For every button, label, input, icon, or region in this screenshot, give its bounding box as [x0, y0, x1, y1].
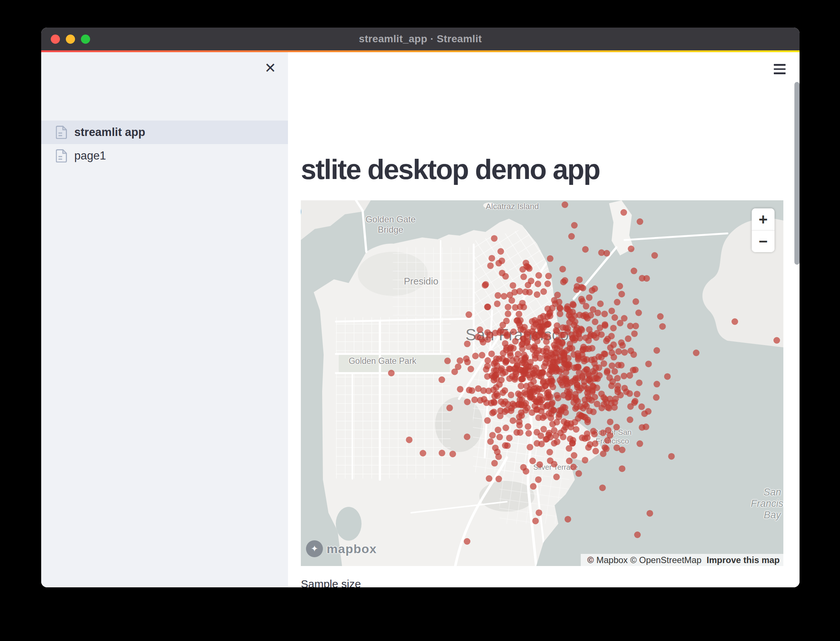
data-point — [520, 464, 527, 471]
sidebar-item-page1[interactable]: page1 — [41, 144, 288, 167]
data-point — [575, 364, 582, 371]
data-point — [635, 309, 642, 316]
data-point — [439, 450, 445, 456]
data-point — [589, 287, 595, 294]
close-window-button[interactable] — [51, 35, 60, 44]
data-point — [573, 327, 579, 333]
zoom-window-button[interactable] — [81, 35, 90, 44]
sidebar-item-streamlit-app[interactable]: streamlit app — [41, 121, 288, 144]
data-point — [620, 209, 627, 216]
data-point — [539, 397, 545, 404]
app-window: streamlit_app · Streamlit ✕ streamlit ap… — [41, 27, 800, 587]
data-point — [587, 378, 594, 385]
data-point — [511, 402, 518, 409]
data-point — [580, 347, 586, 354]
data-point — [530, 370, 536, 376]
data-point — [609, 362, 615, 369]
data-point — [545, 273, 552, 279]
data-point — [614, 424, 620, 430]
window-titlebar[interactable]: streamlit_app · Streamlit — [41, 27, 800, 50]
data-point — [494, 448, 501, 455]
data-point — [464, 538, 470, 545]
hamburger-icon — [774, 68, 785, 70]
data-point — [618, 291, 625, 297]
data-point — [534, 429, 540, 436]
data-point — [495, 427, 501, 433]
data-point — [616, 283, 623, 290]
data-point — [617, 320, 624, 326]
data-point — [552, 345, 559, 351]
document-icon — [56, 149, 67, 163]
data-point — [604, 250, 610, 256]
main-menu-button[interactable] — [771, 62, 788, 76]
data-point — [575, 398, 581, 405]
data-point — [587, 312, 594, 319]
data-point — [585, 371, 592, 377]
data-point — [575, 470, 582, 477]
data-point — [480, 387, 487, 394]
map[interactable]: Alcatraz Island Golden Gate Bridge Presi… — [301, 200, 783, 566]
data-point — [512, 369, 519, 375]
data-point — [509, 297, 515, 304]
data-point — [566, 319, 573, 325]
data-point — [595, 309, 601, 316]
data-point — [540, 414, 546, 421]
data-point — [505, 401, 511, 407]
zoom-in-button[interactable]: + — [752, 208, 775, 230]
data-point — [498, 248, 504, 255]
scrollbar-thumb[interactable] — [795, 82, 800, 265]
data-point — [596, 364, 603, 371]
data-point — [668, 453, 675, 460]
data-point — [504, 332, 510, 338]
minimize-window-button[interactable] — [66, 35, 75, 44]
data-point — [543, 338, 550, 345]
data-point — [484, 304, 491, 310]
sidebar-close-button[interactable]: ✕ — [262, 59, 279, 77]
data-point — [597, 301, 604, 307]
data-point — [614, 375, 621, 382]
data-point — [557, 311, 564, 317]
data-point — [438, 376, 445, 383]
data-point — [499, 258, 505, 264]
data-point — [487, 332, 494, 338]
data-point — [611, 354, 617, 361]
data-point — [611, 368, 618, 375]
data-point — [565, 394, 572, 400]
data-point — [654, 347, 660, 354]
data-point — [491, 235, 498, 242]
data-point — [504, 407, 510, 414]
data-point — [646, 510, 653, 517]
data-point — [542, 352, 549, 359]
data-point — [631, 330, 638, 337]
data-point — [559, 339, 565, 346]
data-point — [565, 516, 571, 523]
mapbox-logo[interactable]: ✦ mapbox — [306, 540, 376, 557]
data-point — [633, 298, 639, 305]
data-point — [628, 245, 635, 252]
data-point — [464, 434, 470, 440]
data-point — [500, 350, 506, 356]
data-point — [643, 275, 650, 282]
data-point — [515, 311, 522, 317]
data-point — [634, 531, 641, 538]
improve-this-map-link[interactable]: Improve this map — [706, 555, 780, 565]
data-point — [568, 233, 575, 240]
data-point — [525, 282, 531, 288]
data-point — [571, 452, 577, 459]
data-point — [499, 270, 505, 276]
data-point — [491, 393, 498, 399]
data-point — [638, 404, 645, 410]
data-point — [654, 381, 660, 387]
data-point — [603, 337, 610, 344]
data-point — [569, 309, 576, 316]
data-point — [493, 384, 499, 391]
data-point — [562, 201, 568, 208]
zoom-out-button[interactable]: − — [752, 230, 775, 252]
data-point — [636, 218, 643, 225]
data-point — [549, 354, 556, 361]
data-point — [488, 255, 495, 262]
data-point — [636, 440, 643, 447]
data-point — [487, 438, 494, 445]
traffic-lights — [51, 27, 90, 50]
data-point — [551, 461, 557, 467]
